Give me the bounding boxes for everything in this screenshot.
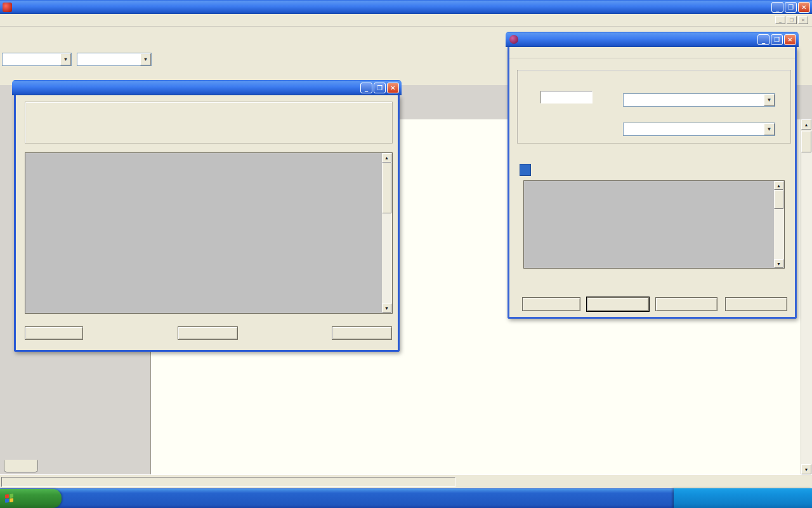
parameter-module-table: ▲ ▼ (523, 180, 785, 269)
system-tray (674, 488, 812, 508)
cancel-button[interactable] (332, 326, 392, 340)
desktop: _ ❐ ✕ _ ❐ ✕ ▼ ▼ ▲ (0, 0, 812, 508)
chevron-down-icon[interactable]: ▼ (764, 123, 775, 135)
chevron-down-icon[interactable]: ▼ (764, 94, 775, 106)
status-ready (1, 477, 455, 487)
dialog-close-button[interactable]: ✕ (387, 83, 399, 93)
restore-button[interactable]: ❐ (785, 2, 797, 13)
mdi-minimize-button[interactable]: _ (775, 16, 785, 24)
melsoft-app-icon (3, 3, 12, 12)
close-button[interactable]: ✕ (798, 2, 810, 13)
windows-logo-icon (5, 493, 14, 503)
initial-setting-button[interactable] (522, 297, 580, 311)
vertical-scrollbar[interactable]: ▲ ▼ (801, 119, 812, 474)
module-type-value (624, 94, 764, 106)
model-name-value (624, 123, 764, 135)
dialog-minimize-button[interactable]: _ (360, 83, 372, 93)
main-title-bar: _ ❐ ✕ (0, 0, 812, 14)
auto-refresh-table: ▲ ▼ (25, 152, 393, 314)
program-mode-combo[interactable]: ▼ (2, 53, 72, 66)
auto-refresh-dialog-title-bar[interactable]: _ ❐ ✕ (12, 80, 402, 95)
utility-maximize-button[interactable]: ❐ (771, 34, 783, 45)
utility-table-scrollbar[interactable]: ▲ ▼ (774, 181, 784, 268)
start-io-input[interactable] (540, 91, 593, 104)
table-scroll-thumb[interactable] (382, 163, 391, 213)
select-target-group: ▼ ▼ (517, 70, 791, 144)
utility-minimize-button[interactable]: _ (757, 34, 769, 45)
table-scroll-up[interactable]: ▲ (382, 153, 391, 163)
chevron-down-icon[interactable]: ▼ (60, 53, 71, 65)
exit-button[interactable] (725, 297, 787, 311)
minimize-button[interactable]: _ (771, 2, 783, 13)
scroll-up-arrow[interactable]: ▲ (801, 119, 811, 130)
find-device-value (77, 53, 140, 65)
utility-close-button[interactable]: ✕ (784, 34, 796, 45)
model-name-dropdown[interactable]: ▼ (623, 123, 775, 136)
mdi-close-button[interactable]: ✕ (798, 16, 808, 24)
end-setup-button[interactable] (178, 326, 238, 340)
menu-bar: _ ❐ ✕ (0, 14, 812, 27)
utility-window-title-bar[interactable]: _ ❐ ✕ (506, 32, 799, 47)
utility-window: ▼ ▼ ▲ ▼ (508, 47, 797, 319)
chevron-down-icon[interactable]: ▼ (140, 53, 151, 65)
program-mode-value (3, 53, 60, 65)
find-device-combo[interactable]: ▼ (77, 53, 152, 66)
utility-menu-bar (509, 47, 795, 58)
scroll-down-arrow[interactable]: ▼ (801, 464, 811, 474)
auto-refresh-button[interactable] (587, 297, 649, 311)
table-scroll-down[interactable]: ▼ (382, 304, 391, 313)
make-text-file-button[interactable] (25, 326, 83, 340)
auto-refresh-dialog: ▲ ▼ (14, 95, 400, 352)
table-scrollbar[interactable]: ▲ ▼ (382, 153, 392, 313)
utility-scroll-up[interactable]: ▲ (774, 181, 783, 190)
status-bar (0, 474, 812, 488)
utility-scroll-down[interactable]: ▼ (774, 259, 783, 268)
start-button[interactable] (0, 489, 62, 508)
utility-scroll-thumb[interactable] (774, 190, 783, 209)
delete-button[interactable] (655, 297, 717, 311)
utility-app-icon (509, 35, 518, 44)
taskbar (0, 488, 812, 508)
dialog-maximize-button[interactable]: ❐ (374, 83, 386, 93)
intelligent-parameter-tab[interactable] (520, 164, 531, 176)
mdi-restore-button[interactable]: ❐ (787, 16, 797, 24)
project-tab[interactable] (4, 460, 38, 472)
module-type-dropdown[interactable]: ▼ (623, 93, 775, 107)
scroll-thumb[interactable] (801, 131, 811, 152)
module-information-group (25, 102, 393, 144)
